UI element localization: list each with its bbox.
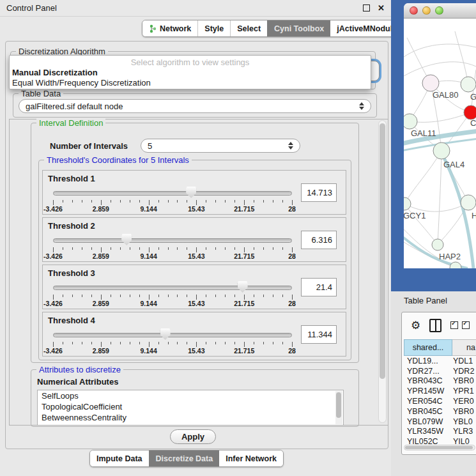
tab-network[interactable]: Network	[142, 20, 197, 36]
table-row[interactable]: YPR145WYPR1	[404, 386, 476, 396]
table-data-combo[interactable]: galFiltered.sif default node	[19, 99, 371, 113]
slider-tick-labels: -3.4262.8599.14415.4321.71528	[53, 347, 292, 355]
attribute-list-item[interactable]: TopologicalCoefficient	[38, 401, 343, 412]
column-header-shared[interactable]: shared...	[404, 339, 452, 356]
split-column-icon[interactable]	[429, 319, 441, 332]
table-row[interactable]: YLR345WYLR3	[404, 427, 476, 437]
table-row[interactable]: YBR045CYBR0	[404, 406, 476, 417]
table-row[interactable]: YBR043CYBR0	[404, 376, 476, 387]
slider-thumb[interactable]	[186, 187, 196, 198]
tick-mark	[282, 342, 283, 344]
slider-track[interactable]	[53, 191, 292, 196]
algorithm-option-manual[interactable]: Manual Discretization	[12, 68, 98, 77]
network-node[interactable]	[450, 262, 461, 268]
tick-mark	[177, 200, 178, 203]
vertical-scrollbar-thumb[interactable]	[380, 123, 385, 379]
bottom-tab-impute-data[interactable]: Impute Data	[90, 450, 149, 466]
table-row[interactable]: YDL19...YDL1	[404, 356, 476, 366]
cell-name: YER0	[453, 397, 476, 406]
gear-icon[interactable]: ⚙	[411, 320, 420, 331]
tick-mark	[111, 295, 111, 297]
slider-track[interactable]	[53, 238, 292, 243]
threshold-panel: Threshold 2-3.4262.8599.14415.4321.71528…	[42, 217, 346, 262]
bottom-tab-label: Discretize Data	[156, 454, 213, 463]
slider-track[interactable]	[53, 333, 292, 337]
table-row[interactable]: YBL079WYBL0	[404, 417, 476, 427]
table-row[interactable]: YIL052CYIL0	[404, 436, 476, 445]
checkbox-checked-icon[interactable]	[462, 321, 470, 329]
tick-mark	[196, 200, 197, 205]
network-node-g[interactable]	[461, 77, 476, 92]
attributes-listbox[interactable]: SelfLoopsTopologicalCoefficientBetweenne…	[37, 390, 344, 426]
tick-mark	[282, 295, 283, 297]
table-row[interactable]: YER054CYER0	[404, 396, 476, 406]
network-node-gal4[interactable]	[433, 142, 450, 159]
tab-select[interactable]: Select	[230, 20, 267, 36]
network-edge[interactable]	[410, 112, 471, 122]
attribute-list-item[interactable]: BetweennessCentrality	[38, 412, 343, 423]
slider-thumb[interactable]	[238, 281, 248, 293]
close-traffic-light-icon[interactable]	[410, 6, 418, 15]
attribute-list-item[interactable]: SelfLoops	[38, 390, 343, 401]
float-window-icon[interactable]	[363, 4, 370, 12]
column-header-name[interactable]: na	[452, 339, 476, 356]
network-edge[interactable]	[404, 151, 441, 204]
cell-name: YLR3	[453, 427, 476, 436]
threshold-value-field[interactable]: 6.316	[301, 231, 337, 249]
horizontal-scrollbar-thumb[interactable]	[405, 446, 473, 449]
threshold-slider[interactable]: -3.4262.8599.14415.4321.71528	[52, 233, 293, 259]
list-scrollbar[interactable]	[335, 391, 342, 424]
tick-mark	[206, 200, 206, 203]
horizontal-scrollbar[interactable]	[404, 445, 475, 450]
algorithm-option-equal-width[interactable]: Equal Width/Frequency Discretization	[12, 78, 151, 88]
slider-thumb[interactable]	[121, 234, 132, 245]
tick-mark	[101, 200, 102, 205]
slider-ticks	[53, 200, 292, 205]
network-node-gcy1[interactable]	[404, 197, 411, 210]
apply-button[interactable]: Apply	[170, 429, 216, 444]
list-scrollbar-thumb[interactable]	[336, 392, 341, 418]
bottom-tab-label: Infer Network	[226, 454, 277, 463]
network-node-gal80[interactable]	[422, 75, 439, 91]
threshold-slider[interactable]: -3.4262.8599.14415.4321.71528	[52, 280, 293, 306]
tick-label: -3.426	[43, 347, 63, 355]
slider-thumb[interactable]	[160, 328, 171, 340]
network-edge[interactable]	[404, 203, 468, 211]
threshold-value-field[interactable]: 11.344	[301, 325, 337, 344]
tick-label: 9.144	[140, 205, 157, 213]
network-node-c[interactable]	[464, 105, 476, 119]
table-header-row: shared... na	[404, 339, 476, 356]
table-row[interactable]: YDR27...YDR2	[404, 366, 476, 376]
tab-cyni-toolbox[interactable]: Cyni Toolbox	[267, 20, 330, 36]
num-intervals-combo[interactable]: 5	[141, 139, 300, 153]
tick-mark	[234, 295, 235, 297]
tick-mark	[101, 247, 102, 252]
checkbox-checked-icon[interactable]	[450, 321, 458, 329]
slider-track[interactable]	[53, 286, 292, 290]
zoom-traffic-light-icon[interactable]	[435, 6, 443, 15]
threshold-value-field[interactable]: 21.4	[301, 278, 337, 296]
close-icon[interactable]: ✕	[378, 4, 385, 12]
threshold-slider[interactable]: -3.4262.8599.14415.4321.71528	[52, 186, 293, 211]
bottom-tab-discretize-data[interactable]: Discretize Data	[149, 450, 220, 466]
tick-label: 15.43	[188, 205, 204, 213]
tick-label: 9.144	[140, 300, 157, 307]
tick-label: 9.144	[140, 252, 157, 260]
tick-label: 2.859	[93, 252, 109, 260]
tick-mark	[72, 200, 73, 203]
network-edge[interactable]	[455, 31, 468, 84]
threshold-value-field[interactable]: 14.713	[301, 183, 337, 202]
bottom-tab-infer-network[interactable]: Infer Network	[219, 450, 283, 466]
network-edge[interactable]	[438, 151, 441, 245]
minimize-traffic-light-icon[interactable]	[422, 6, 431, 15]
threshold-slider[interactable]: -3.4262.8599.14415.4321.71528	[52, 328, 293, 353]
top-tab-bar: NetworkStyleSelectCyni ToolboxjActiveMNo…	[142, 20, 408, 37]
vertical-scrollbar[interactable]	[378, 120, 387, 423]
network-node-gal11[interactable]	[404, 114, 417, 129]
network-canvas[interactable]: GAL80GCGAL11GAL4GCY1HHAP2	[404, 19, 476, 268]
network-edge[interactable]	[404, 44, 476, 57]
network-node-hap2[interactable]	[432, 239, 443, 250]
tick-mark	[101, 295, 102, 300]
tab-style[interactable]: Style	[197, 20, 230, 36]
network-node-h[interactable]	[461, 195, 476, 210]
